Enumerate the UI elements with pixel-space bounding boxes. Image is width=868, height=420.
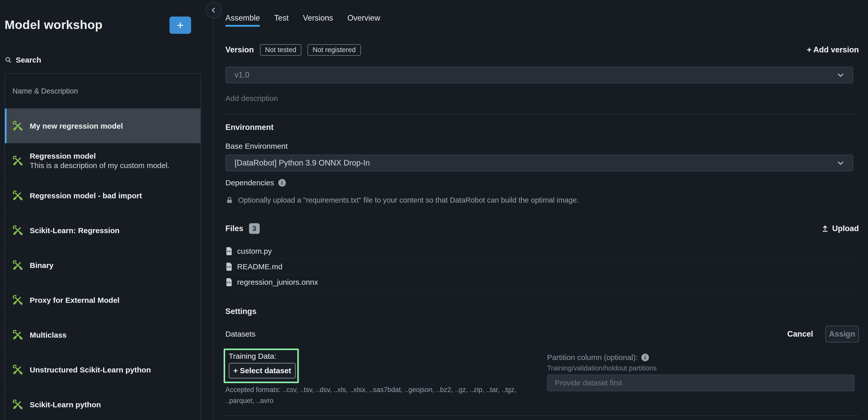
file-row[interactable]: custom.py (225, 244, 859, 259)
dependencies-note: Optionally upload a "requirements.txt" f… (238, 196, 579, 204)
files-heading: Files (225, 224, 243, 233)
version-select[interactable]: v1.0 (225, 67, 853, 83)
lock-icon (225, 196, 234, 204)
model-tabs: Assemble Test Versions Overview (225, 11, 380, 25)
files-header-row: Files 3 Upload (225, 222, 859, 235)
model-detail-main: Assemble Test Versions Overview Version … (214, 0, 868, 420)
settings-heading: Settings (225, 306, 256, 317)
search-input[interactable]: Search (5, 54, 41, 66)
file-list: custom.py README.md (225, 244, 859, 290)
plus-icon: + (177, 18, 184, 32)
partition-column-label: Partition column (optional): (547, 353, 638, 362)
tab-test[interactable]: Test (274, 11, 289, 25)
model-tools-icon (12, 260, 23, 271)
file-name: README.md (237, 262, 282, 271)
model-list-item[interactable]: Scikit-Learn: Regression (5, 213, 200, 248)
add-model-button[interactable]: + (169, 17, 191, 34)
collapse-sidebar-button[interactable] (206, 2, 222, 18)
model-workshop-sidebar: Model workshop + Search Name & Descripti… (0, 0, 214, 420)
model-item-label: Proxy for External Model (30, 295, 119, 305)
model-tools-icon (12, 121, 23, 131)
datasets-row: Datasets Cancel Assign (225, 326, 859, 342)
base-environment-label: Base Environment (225, 140, 288, 152)
upload-label: Upload (832, 224, 859, 233)
model-tools-icon (12, 225, 23, 236)
model-item-label: Scikit-Learn python (30, 400, 101, 409)
model-list-item[interactable]: Binary (5, 248, 200, 283)
upload-icon (821, 224, 829, 233)
model-item-label: Regression model - bad import (30, 191, 142, 200)
model-list-item[interactable]: Multiclass (5, 318, 200, 352)
chevron-down-icon (836, 70, 845, 80)
info-icon[interactable]: i (278, 179, 286, 187)
file-row[interactable]: regression_juniors.onnx (225, 275, 859, 290)
model-tools-icon (12, 364, 23, 375)
model-list-item[interactable]: Unstructured Scikit-Learn python (5, 352, 200, 387)
not-registered-badge: Not registered (307, 44, 361, 56)
file-name: custom.py (237, 247, 272, 256)
training-data-highlight-box: Training Data: + Select dataset (224, 349, 299, 383)
add-version-button[interactable]: + Add version (807, 45, 859, 54)
model-tools-icon (12, 190, 23, 201)
model-tools-icon (12, 329, 23, 340)
file-code-icon (225, 278, 233, 287)
chevron-left-icon (210, 6, 218, 14)
not-tested-badge: Not tested (260, 44, 301, 56)
file-row[interactable]: README.md (225, 259, 859, 275)
model-list-header: Name & Description (5, 74, 200, 109)
model-item-label: Binary (30, 261, 53, 270)
cancel-button[interactable]: Cancel (787, 329, 813, 339)
section-divider (225, 415, 859, 416)
base-environment-value: [DataRobot] Python 3.9 ONNX Drop-In (235, 158, 370, 168)
model-item-description: This is a description of my custom model… (30, 161, 169, 170)
partition-column-label-row: Partition column (optional): i (547, 352, 649, 363)
version-label: Version (225, 45, 254, 54)
search-icon (5, 56, 12, 64)
version-select-value: v1.0 (235, 70, 250, 80)
model-tools-icon (12, 155, 23, 166)
upload-button[interactable]: Upload (821, 224, 859, 233)
file-code-icon (225, 262, 233, 271)
file-name: regression_juniors.onnx (237, 278, 318, 287)
model-item-label: Scikit-Learn: Regression (30, 226, 119, 235)
select-dataset-button[interactable]: + Select dataset (229, 363, 296, 379)
model-list-item[interactable]: My new regression model (5, 109, 200, 143)
page-title: Model workshop (5, 17, 103, 33)
version-header-row: Version Not tested Not registered + Add … (225, 43, 859, 56)
model-tools-icon (12, 399, 23, 410)
info-icon[interactable]: i (641, 354, 649, 361)
environment-heading: Environment (225, 122, 273, 133)
section-divider (225, 114, 859, 114)
model-list-item[interactable]: Regression model This is a description o… (5, 143, 200, 178)
partition-hint: Training/validation/holdout partitions (547, 363, 657, 373)
base-environment-select[interactable]: [DataRobot] Python 3.9 ONNX Drop-In (225, 155, 853, 171)
model-list-item[interactable]: Scikit-Learn python (5, 387, 200, 420)
model-item-label: Multiclass (30, 330, 67, 340)
file-code-icon (225, 247, 233, 256)
tab-versions[interactable]: Versions (303, 11, 333, 25)
model-tools-icon (12, 295, 23, 305)
dependencies-label: Dependencies (225, 178, 274, 187)
tab-assemble[interactable]: Assemble (225, 11, 260, 25)
model-item-label: Regression model (30, 151, 169, 161)
model-item-label: Unstructured Scikit-Learn python (30, 365, 151, 374)
partition-column-input[interactable] (547, 374, 855, 391)
datasets-label: Datasets (225, 330, 255, 338)
chevron-down-icon (836, 158, 845, 168)
training-data-label: Training Data: (229, 352, 294, 361)
add-description-field[interactable]: Add description (225, 93, 278, 104)
model-list: Name & Description My new regression mod… (4, 73, 201, 420)
model-list-item[interactable]: Proxy for External Model (5, 283, 200, 318)
dependencies-note-row: Optionally upload a "requirements.txt" f… (225, 194, 579, 206)
model-item-label: My new regression model (30, 121, 123, 131)
search-label: Search (16, 56, 41, 64)
files-count-badge: 3 (249, 223, 260, 234)
dependencies-row: Dependencies i (225, 177, 286, 189)
model-list-item[interactable]: Regression model - bad import (5, 178, 200, 213)
tab-overview[interactable]: Overview (347, 11, 380, 25)
assign-button[interactable]: Assign (825, 326, 859, 342)
accepted-formats-note: Accepted formats: ..csv, ..tsv, ..dsv, .… (225, 384, 530, 406)
